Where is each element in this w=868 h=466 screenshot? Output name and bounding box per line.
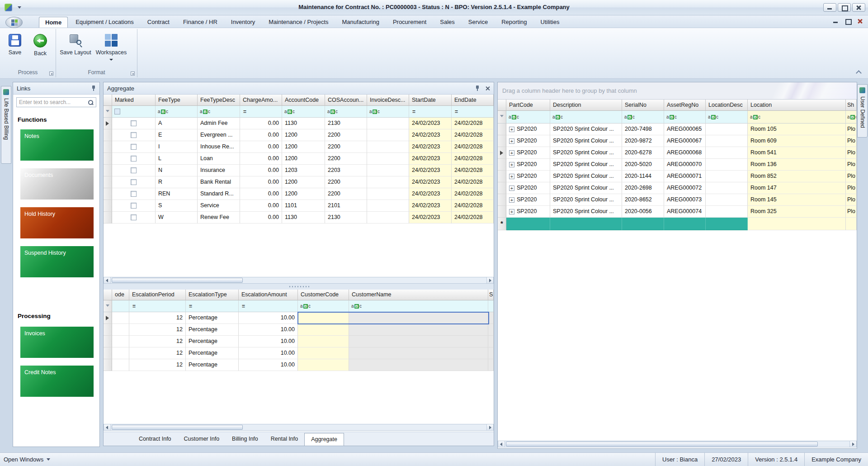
documents-button[interactable]: Documents [20,168,94,200]
equipment-row[interactable]: +SP2020SP2020 Sprint Colour ...2020-9872… [498,135,857,147]
col-header-marked[interactable]: Marked [112,95,156,106]
cell-escalationperiod[interactable]: 12 [129,312,186,324]
scroll-right-icon[interactable] [849,441,856,447]
cell-customername[interactable] [349,324,488,336]
scroll-left-icon[interactable] [104,277,111,283]
cell-partcode[interactable]: +SP2020 [506,206,550,218]
cell-chargeamount[interactable]: 0.00 [240,165,282,176]
checkbox[interactable] [131,167,137,173]
cell-feetypedesc[interactable]: Insurance [198,165,240,176]
filter-marked[interactable] [112,106,156,118]
cell-feetypedesc[interactable]: Standard R... [198,188,240,200]
cell-marked[interactable] [112,188,156,200]
scroll-left-icon[interactable] [104,424,111,430]
tab-service[interactable]: Service [462,17,494,28]
checkbox[interactable] [131,120,137,126]
row-indicator[interactable] [104,212,112,223]
row-indicator[interactable] [498,194,506,206]
cell-description[interactable]: SP2020 Sprint Colour ... [550,159,622,171]
cell-sh[interactable]: Plo [846,159,857,171]
escalation-row[interactable]: 12Percentage10.00 [104,347,494,359]
scrollbar-thumb[interactable] [112,425,243,430]
col-header-locationdesc[interactable]: LocationDesc [706,100,748,111]
filter-assetregno[interactable]: aBc [664,111,706,124]
row-indicator[interactable] [104,129,112,141]
row-indicator[interactable] [498,171,506,182]
cell-invoicedesc[interactable] [367,165,409,176]
filter-sh[interactable]: aBc [846,111,857,124]
filter-s[interactable] [488,300,494,312]
cell-startdate[interactable]: 24/02/2023 [409,153,452,165]
cell-ode[interactable] [112,359,129,371]
cell-partcode[interactable]: +SP2020 [506,135,550,147]
scrollbar-thumb[interactable] [506,442,818,447]
col-header-accountcode[interactable]: AccountCode [282,95,325,106]
tab-contract-info[interactable]: Contract Info [132,432,178,446]
cell-chargeamount[interactable]: 0.00 [240,141,282,153]
cell-partcode[interactable]: +SP2020 [506,159,550,171]
cell-partcode[interactable]: +SP2020 [506,171,550,182]
filter-description[interactable]: aBc [550,111,622,124]
new-equipment-row[interactable]: * [498,218,857,230]
cell-customercode[interactable] [298,336,349,347]
col-header-chargeamount[interactable]: ChargeAmo... [240,95,282,106]
filter-accountcode[interactable]: aBc [282,106,325,118]
cell-escalationtype[interactable]: Percentage [186,359,239,371]
hold-history-button[interactable]: Hold History [20,207,94,238]
filter-escalationtype[interactable]: = [186,300,239,312]
cell-feetype[interactable]: R [156,176,198,188]
checkbox[interactable] [131,214,137,220]
cell-location[interactable]: Room 145 [748,194,846,206]
tab-equipment-locations[interactable]: Equipment / Locations [70,17,140,28]
cell-description[interactable]: SP2020 Sprint Colour ... [550,194,622,206]
cell-description[interactable]: SP2020 Sprint Colour ... [550,171,622,182]
cell-enddate[interactable]: 24/02/2028 [452,129,494,141]
row-indicator[interactable] [498,135,506,147]
row-indicator[interactable] [104,347,112,359]
cell-locationdesc[interactable] [706,171,748,182]
collapse-ribbon-icon[interactable] [855,69,862,75]
cell-serialno[interactable]: 2020-9872 [622,135,664,147]
fee-row[interactable]: WRenew Fee0.001130213024/02/202324/02/20… [104,212,494,223]
filter-startdate[interactable]: = [409,106,452,118]
equipment-row[interactable]: +SP2020SP2020 Sprint Colour ...2020-8652… [498,194,857,206]
cell-enddate[interactable]: 24/02/2028 [452,176,494,188]
expand-icon[interactable]: + [509,138,514,144]
cell-marked[interactable] [112,165,156,176]
tab-contract[interactable]: Contract [142,17,175,28]
cell-invoicedesc[interactable] [367,212,409,223]
cell-sh[interactable]: Plo [846,194,857,206]
row-indicator[interactable] [498,124,506,135]
col-header-feetype[interactable]: FeeType [156,95,198,106]
cell-sh[interactable]: Plo [846,124,857,135]
search-input[interactable] [19,99,88,105]
cell-ode[interactable] [112,324,129,336]
tab-aggregate[interactable]: Aggregate [304,433,344,446]
cell-locationdesc[interactable] [706,135,748,147]
cell-location[interactable]: Room 325 [748,206,846,218]
cell-marked[interactable] [112,176,156,188]
cell-invoicedesc[interactable] [367,153,409,165]
scroll-right-icon[interactable] [486,277,493,283]
cell-sh[interactable]: Plo [846,135,857,147]
col-header-customercode[interactable]: CustomerCode [298,290,349,300]
expand-icon[interactable]: + [509,174,514,179]
cell-sh[interactable]: Plo [846,171,857,182]
cell-escalationtype[interactable]: Percentage [186,324,239,336]
cell-enddate[interactable]: 24/02/2028 [452,153,494,165]
cell-location[interactable] [748,218,846,230]
cell-accountcode[interactable]: 1203 [282,165,325,176]
expand-icon[interactable]: + [509,197,514,203]
cell-s[interactable] [488,324,494,336]
cell-customercode[interactable] [298,347,349,359]
cell-ode[interactable] [112,347,129,359]
cell-feetype[interactable]: L [156,153,198,165]
side-tab-life-based-billing[interactable]: Life Based Billing [1,86,11,164]
cell-location[interactable]: Room 136 [748,159,846,171]
tab-rental-info[interactable]: Rental Info [264,432,304,446]
cell-escalationperiod[interactable]: 12 [129,359,186,371]
cell-s[interactable] [488,312,494,324]
row-indicator[interactable] [104,141,112,153]
cell-invoicedesc[interactable] [367,118,409,129]
col-header-location[interactable]: Location [748,100,846,111]
